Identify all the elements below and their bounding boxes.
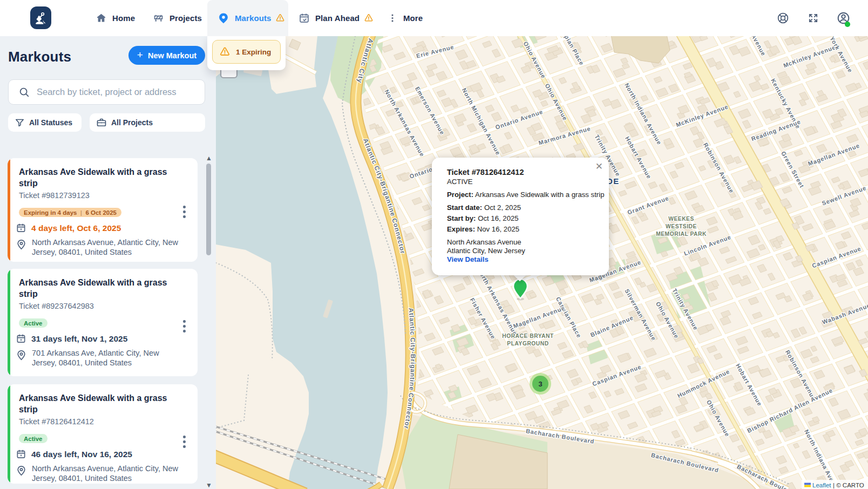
svg-text:WEEKES: WEEKES: [668, 216, 694, 222]
svg-text:HORACE BRYANT: HORACE BRYANT: [502, 333, 554, 339]
svg-text:| © CARTO: | © CARTO: [833, 482, 864, 488]
svg-text:MEMORIAL PARK: MEMORIAL PARK: [656, 231, 707, 237]
svg-text:WESTSIDE: WESTSIDE: [666, 223, 697, 229]
svg-text:PLAYGROUND: PLAYGROUND: [507, 341, 548, 347]
svg-text:3: 3: [538, 380, 542, 388]
svg-text:Leaflet: Leaflet: [812, 482, 831, 488]
